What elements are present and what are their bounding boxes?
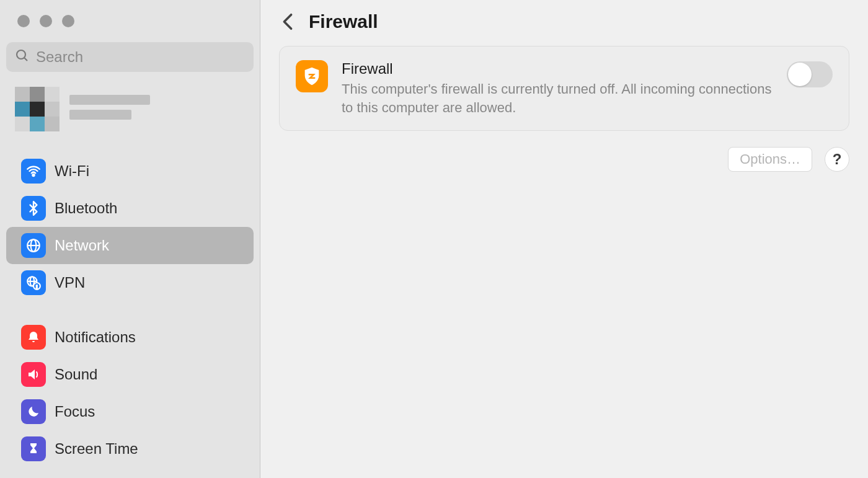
main-content: Firewall Firewall This computer's firewa… [260, 0, 868, 478]
bell-icon [21, 325, 46, 350]
options-button[interactable]: Options… [728, 147, 812, 172]
toggle-knob [788, 63, 812, 86]
search-icon [15, 48, 30, 66]
sidebar-item-label: Bluetooth [55, 200, 117, 217]
sidebar-item-wifi[interactable]: Wi-Fi [6, 153, 254, 190]
sidebar-item-label: Screen Time [55, 440, 138, 458]
sidebar-item-screen-time[interactable]: Screen Time [6, 430, 254, 467]
speaker-icon [21, 362, 46, 387]
sidebar-item-sound[interactable]: Sound [6, 356, 254, 393]
firewall-title: Firewall [342, 60, 773, 77]
sidebar-item-network[interactable]: Network [6, 227, 254, 264]
search-field[interactable] [6, 42, 254, 72]
firewall-description: This computer's firewall is currently tu… [342, 80, 773, 117]
minimize-window-button[interactable] [40, 15, 52, 27]
vpn-icon: i [21, 270, 46, 295]
svg-text:i: i [36, 284, 37, 290]
bluetooth-icon [21, 196, 46, 221]
close-window-button[interactable] [17, 15, 30, 27]
sidebar-item-focus[interactable]: Focus [6, 393, 254, 430]
svg-point-0 [17, 50, 25, 59]
back-button[interactable] [279, 13, 296, 30]
sidebar-item-label: Sound [55, 366, 97, 383]
account-row[interactable] [0, 83, 260, 149]
sidebar-item-vpn[interactable]: i VPN [6, 264, 254, 301]
firewall-toggle[interactable] [787, 61, 833, 87]
search-input[interactable] [36, 48, 245, 66]
sidebar-item-label: Wi-Fi [55, 162, 89, 180]
moon-icon [21, 399, 46, 424]
globe-icon [21, 233, 46, 258]
hourglass-icon [21, 436, 46, 461]
firewall-card: Firewall This computer's firewall is cur… [279, 46, 849, 131]
actions-row: Options… ? [279, 131, 849, 172]
help-button[interactable]: ? [825, 147, 849, 172]
sidebar-item-bluetooth[interactable]: Bluetooth [6, 190, 254, 227]
sidebar-item-label: Notifications [55, 329, 136, 346]
sidebar-item-label: VPN [55, 274, 85, 291]
sidebar: Wi-Fi Bluetooth Network i [0, 0, 260, 478]
svg-point-2 [32, 174, 34, 176]
page-header: Firewall [279, 11, 849, 46]
firewall-shield-icon [296, 60, 328, 92]
sidebar-item-label: Network [55, 237, 109, 254]
wifi-icon [21, 159, 46, 184]
sidebar-item-label: Focus [55, 403, 95, 420]
maximize-window-button[interactable] [62, 15, 74, 27]
avatar [15, 87, 61, 133]
window-controls [0, 15, 260, 42]
svg-line-1 [24, 58, 27, 61]
page-title: Firewall [309, 11, 378, 32]
account-name [69, 95, 150, 125]
sidebar-item-notifications[interactable]: Notifications [6, 319, 254, 356]
